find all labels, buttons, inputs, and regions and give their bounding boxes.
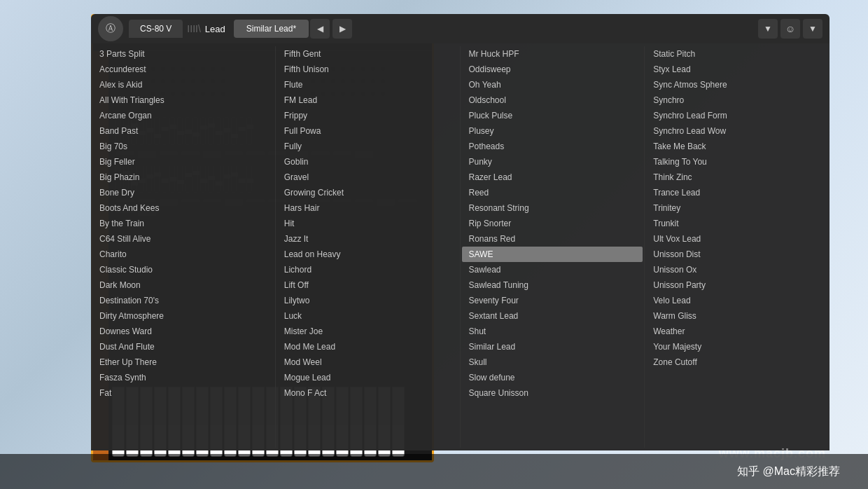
preset-list-item[interactable]: Ether Up There (92, 354, 274, 370)
preset-list-item[interactable]: Downes Ward (92, 324, 274, 339)
preset-list-item[interactable]: Classic Studio (92, 262, 274, 277)
preset-list-item[interactable]: Resonant String (462, 200, 643, 216)
preset-list-item[interactable]: Fully (277, 139, 458, 154)
preset-list-item[interactable]: Mister Joe (277, 324, 458, 339)
plugin-topbar: Ⓐ CS-80 V IIII\ Lead Similar Lead* ◀ ▶ ▼… (91, 14, 830, 43)
preset-list-item[interactable]: Sawlead Tuning (462, 277, 643, 293)
preset-list-item[interactable]: Jazz It (277, 231, 458, 247)
preset-list-item[interactable]: Talking To You (646, 154, 828, 170)
preset-list-item[interactable]: Mod Weel (277, 354, 458, 370)
preset-list-item[interactable]: Dark Moon (92, 277, 274, 293)
preset-list-item[interactable]: Synchro (646, 92, 828, 108)
preset-list-item[interactable]: Potheads (462, 139, 643, 154)
preset-list-item[interactable]: Gravel (277, 170, 458, 185)
preset-list-item[interactable]: 3 Parts Split (92, 46, 274, 62)
preset-list-item[interactable]: Luck (277, 308, 458, 324)
preset-list-item[interactable]: Hars Hair (277, 200, 458, 216)
preset-list-item[interactable]: Warm Gliss (646, 308, 828, 324)
preset-list-item[interactable]: Boots And Kees (92, 200, 274, 216)
preset-list-item[interactable]: Slow defune (462, 370, 643, 385)
preset-list-item[interactable]: Sync Atmos Sphere (646, 77, 828, 92)
preset-list-item[interactable]: Big Feller (92, 154, 274, 170)
preset-list-item[interactable]: Rip Snorter (462, 216, 643, 231)
action-dropdown-button[interactable]: ▼ (758, 19, 778, 39)
preset-list-item[interactable]: Fat (92, 385, 274, 401)
preset-list-item[interactable]: Oh Yeah (462, 77, 643, 92)
preset-list-item[interactable]: Unisson Party (646, 277, 828, 293)
preset-list-item[interactable]: Skull (462, 354, 643, 370)
preset-list-item[interactable]: Accunderest (92, 62, 274, 77)
preset-list-item[interactable]: Big 70s (92, 139, 274, 154)
preset-list-item[interactable]: Oddisweep (462, 62, 643, 77)
preset-list-item[interactable]: Trance Lead (646, 185, 828, 200)
preset-list-item[interactable]: Hit (277, 216, 458, 231)
preset-list-item[interactable]: Velo Lead (646, 293, 828, 308)
preset-list-item[interactable]: Band Past (92, 123, 274, 139)
logo-button[interactable]: Ⓐ (98, 16, 123, 41)
preset-list-item[interactable]: Lichord (277, 262, 458, 277)
preset-list-item[interactable]: Punky (462, 154, 643, 170)
preset-list-item[interactable]: Zone Cutoff (646, 354, 828, 370)
preset-list-item[interactable]: Fasza Synth (92, 370, 274, 385)
preset-list-item[interactable]: Frippy (277, 108, 458, 123)
preset-list-item[interactable]: Unisson Dist (646, 247, 828, 262)
preset-list-item[interactable]: Ronans Red (462, 231, 643, 247)
preset-list-item[interactable]: Full Powa (277, 123, 458, 139)
tab-cs80v[interactable]: CS-80 V (129, 20, 183, 38)
preset-list-item[interactable]: Sawlead (462, 262, 643, 277)
preset-list-item[interactable]: Lilytwo (277, 293, 458, 308)
preset-list-item[interactable]: Plusey (462, 123, 643, 139)
preset-list-item[interactable]: Fifth Gent (277, 46, 458, 62)
preset-list-item[interactable]: By the Train (92, 216, 274, 231)
preset-list-item[interactable]: Mr Huck HPF (462, 46, 643, 62)
preset-list-item[interactable]: Weather (646, 324, 828, 339)
preset-list-item[interactable]: Charito (92, 247, 274, 262)
preset-list-item[interactable]: Fifth Unison (277, 62, 458, 77)
preset-list-item[interactable]: Synchro Lead Form (646, 108, 828, 123)
preset-list-item[interactable]: Razer Lead (462, 170, 643, 185)
action-menu-button[interactable]: ▼ (803, 19, 822, 39)
preset-list-item[interactable]: Arcane Organ (92, 108, 274, 123)
preset-list-item[interactable]: SAWE (462, 247, 643, 262)
nav-prev-button[interactable]: ◀ (310, 19, 330, 39)
preset-list-item[interactable]: Square Unisson (462, 385, 643, 401)
preset-list-item[interactable]: Growing Cricket (277, 185, 458, 200)
current-preset-tab[interactable]: Similar Lead* (234, 20, 309, 38)
preset-list-item[interactable]: Flute (277, 77, 458, 92)
preset-list-item[interactable]: Trunkit (646, 216, 828, 231)
preset-list-item[interactable]: Static Pitch (646, 46, 828, 62)
preset-list-item[interactable]: Trinitey (646, 200, 828, 216)
preset-list-item[interactable]: Similar Lead (462, 339, 643, 354)
preset-list-item[interactable]: Oldschool (462, 92, 643, 108)
preset-list-item[interactable]: Styx Lead (646, 62, 828, 77)
preset-list-item[interactable]: C64 Still Alive (92, 231, 274, 247)
nav-next-button[interactable]: ▶ (332, 19, 352, 39)
preset-list-item[interactable]: Reed (462, 185, 643, 200)
preset-list-item[interactable]: All With Triangles (92, 92, 274, 108)
preset-list-item[interactable]: Lift Off (277, 277, 458, 293)
preset-list-item[interactable]: Dust And Flute (92, 339, 274, 354)
preset-list-item[interactable]: Bone Dry (92, 185, 274, 200)
preset-list-item[interactable]: Take Me Back (646, 139, 828, 154)
preset-list-item[interactable]: Alex is Akid (92, 77, 274, 92)
preset-list-item[interactable]: Destination 70's (92, 293, 274, 308)
preset-list-item[interactable]: Seventy Four (462, 293, 643, 308)
preset-list-item[interactable]: Sextant Lead (462, 308, 643, 324)
preset-list-item[interactable]: Ult Vox Lead (646, 231, 828, 247)
action-user-button[interactable]: ☺ (780, 19, 800, 39)
preset-list-item[interactable]: Big Phazin (92, 170, 274, 185)
preset-list-item[interactable]: Your Majesty (646, 339, 828, 354)
preset-list-item[interactable]: Dirty Atmosphere (92, 308, 274, 324)
preset-list-item[interactable]: Mogue Lead (277, 370, 458, 385)
preset-list-item[interactable]: Mono F Act (277, 385, 458, 401)
preset-list-item[interactable]: Lead on Heavy (277, 247, 458, 262)
preset-list-item[interactable]: Mod Me Lead (277, 339, 458, 354)
preset-list-item[interactable]: Synchro Lead Wow (646, 123, 828, 139)
preset-list-item[interactable]: Unisson Ox (646, 262, 828, 277)
preset-list-item[interactable]: Think Zinc (646, 170, 828, 185)
preset-list-item[interactable]: Goblin (277, 154, 458, 170)
preset-list-item[interactable]: FM Lead (277, 92, 458, 108)
preset-list-item[interactable]: Shut (462, 324, 643, 339)
preset-list-item[interactable]: Pluck Pulse (462, 108, 643, 123)
user-icon: ☺ (785, 23, 795, 34)
